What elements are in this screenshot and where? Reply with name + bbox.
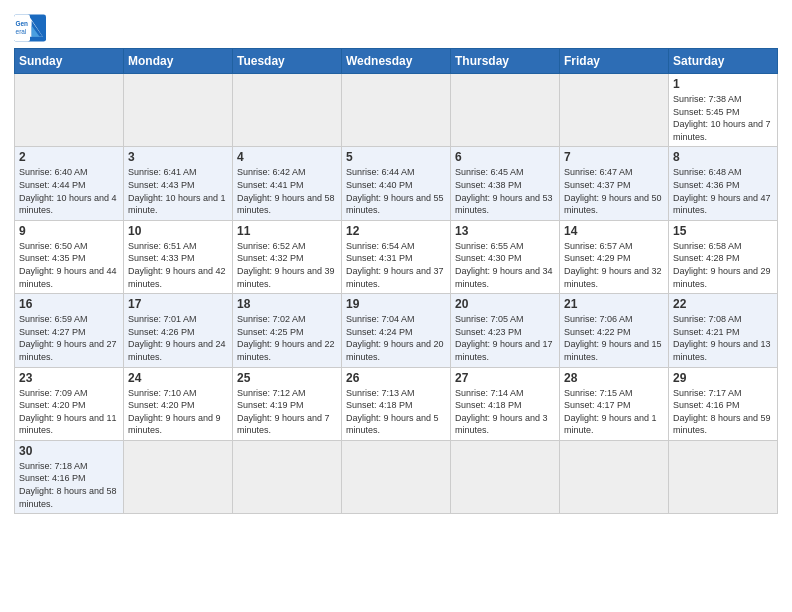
calendar-cell-4-5: 28Sunrise: 7:15 AM Sunset: 4:17 PM Dayli… — [560, 367, 669, 440]
header: Gen eral — [14, 10, 778, 42]
day-number: 22 — [673, 297, 773, 311]
day-info: Sunrise: 7:04 AM Sunset: 4:24 PM Dayligh… — [346, 313, 446, 363]
day-number: 18 — [237, 297, 337, 311]
day-number: 12 — [346, 224, 446, 238]
weekday-header-saturday: Saturday — [669, 49, 778, 74]
calendar-cell-0-3 — [342, 74, 451, 147]
calendar-week-1: 2Sunrise: 6:40 AM Sunset: 4:44 PM Daylig… — [15, 147, 778, 220]
day-info: Sunrise: 6:41 AM Sunset: 4:43 PM Dayligh… — [128, 166, 228, 216]
day-number: 14 — [564, 224, 664, 238]
weekday-header-friday: Friday — [560, 49, 669, 74]
calendar-cell-5-4 — [451, 440, 560, 513]
calendar-cell-4-0: 23Sunrise: 7:09 AM Sunset: 4:20 PM Dayli… — [15, 367, 124, 440]
calendar-cell-0-5 — [560, 74, 669, 147]
calendar-cell-5-3 — [342, 440, 451, 513]
calendar-week-4: 23Sunrise: 7:09 AM Sunset: 4:20 PM Dayli… — [15, 367, 778, 440]
calendar-cell-5-1 — [124, 440, 233, 513]
day-info: Sunrise: 7:09 AM Sunset: 4:20 PM Dayligh… — [19, 387, 119, 437]
day-number: 13 — [455, 224, 555, 238]
day-info: Sunrise: 6:52 AM Sunset: 4:32 PM Dayligh… — [237, 240, 337, 290]
day-number: 15 — [673, 224, 773, 238]
calendar-cell-3-5: 21Sunrise: 7:06 AM Sunset: 4:22 PM Dayli… — [560, 294, 669, 367]
day-info: Sunrise: 7:18 AM Sunset: 4:16 PM Dayligh… — [19, 460, 119, 510]
calendar-cell-1-5: 7Sunrise: 6:47 AM Sunset: 4:37 PM Daylig… — [560, 147, 669, 220]
page: Gen eral SundayMondayTuesdayWednesdayThu… — [0, 0, 792, 612]
calendar-cell-1-0: 2Sunrise: 6:40 AM Sunset: 4:44 PM Daylig… — [15, 147, 124, 220]
logo: Gen eral — [14, 14, 50, 42]
day-info: Sunrise: 7:13 AM Sunset: 4:18 PM Dayligh… — [346, 387, 446, 437]
day-info: Sunrise: 7:15 AM Sunset: 4:17 PM Dayligh… — [564, 387, 664, 437]
day-info: Sunrise: 6:50 AM Sunset: 4:35 PM Dayligh… — [19, 240, 119, 290]
weekday-header-row: SundayMondayTuesdayWednesdayThursdayFrid… — [15, 49, 778, 74]
calendar-week-2: 9Sunrise: 6:50 AM Sunset: 4:35 PM Daylig… — [15, 220, 778, 293]
calendar-cell-4-1: 24Sunrise: 7:10 AM Sunset: 4:20 PM Dayli… — [124, 367, 233, 440]
day-number: 17 — [128, 297, 228, 311]
day-number: 20 — [455, 297, 555, 311]
day-number: 2 — [19, 150, 119, 164]
day-info: Sunrise: 6:55 AM Sunset: 4:30 PM Dayligh… — [455, 240, 555, 290]
weekday-header-monday: Monday — [124, 49, 233, 74]
calendar-cell-2-5: 14Sunrise: 6:57 AM Sunset: 4:29 PM Dayli… — [560, 220, 669, 293]
day-info: Sunrise: 6:47 AM Sunset: 4:37 PM Dayligh… — [564, 166, 664, 216]
day-number: 11 — [237, 224, 337, 238]
calendar-cell-2-4: 13Sunrise: 6:55 AM Sunset: 4:30 PM Dayli… — [451, 220, 560, 293]
day-number: 4 — [237, 150, 337, 164]
day-number: 19 — [346, 297, 446, 311]
calendar-cell-3-1: 17Sunrise: 7:01 AM Sunset: 4:26 PM Dayli… — [124, 294, 233, 367]
calendar-cell-0-6: 1Sunrise: 7:38 AM Sunset: 5:45 PM Daylig… — [669, 74, 778, 147]
day-number: 8 — [673, 150, 773, 164]
day-number: 5 — [346, 150, 446, 164]
day-number: 6 — [455, 150, 555, 164]
calendar-cell-4-6: 29Sunrise: 7:17 AM Sunset: 4:16 PM Dayli… — [669, 367, 778, 440]
svg-text:eral: eral — [16, 28, 27, 35]
day-info: Sunrise: 6:48 AM Sunset: 4:36 PM Dayligh… — [673, 166, 773, 216]
calendar-cell-0-1 — [124, 74, 233, 147]
svg-text:Gen: Gen — [16, 20, 29, 27]
day-info: Sunrise: 6:59 AM Sunset: 4:27 PM Dayligh… — [19, 313, 119, 363]
day-info: Sunrise: 6:57 AM Sunset: 4:29 PM Dayligh… — [564, 240, 664, 290]
calendar-cell-5-2 — [233, 440, 342, 513]
day-number: 24 — [128, 371, 228, 385]
day-number: 25 — [237, 371, 337, 385]
calendar-cell-5-5 — [560, 440, 669, 513]
day-info: Sunrise: 6:40 AM Sunset: 4:44 PM Dayligh… — [19, 166, 119, 216]
day-info: Sunrise: 6:45 AM Sunset: 4:38 PM Dayligh… — [455, 166, 555, 216]
calendar-cell-5-0: 30Sunrise: 7:18 AM Sunset: 4:16 PM Dayli… — [15, 440, 124, 513]
calendar-cell-2-1: 10Sunrise: 6:51 AM Sunset: 4:33 PM Dayli… — [124, 220, 233, 293]
calendar-cell-1-6: 8Sunrise: 6:48 AM Sunset: 4:36 PM Daylig… — [669, 147, 778, 220]
calendar-cell-4-2: 25Sunrise: 7:12 AM Sunset: 4:19 PM Dayli… — [233, 367, 342, 440]
calendar-cell-1-4: 6Sunrise: 6:45 AM Sunset: 4:38 PM Daylig… — [451, 147, 560, 220]
day-info: Sunrise: 7:05 AM Sunset: 4:23 PM Dayligh… — [455, 313, 555, 363]
day-number: 26 — [346, 371, 446, 385]
logo-icon: Gen eral — [14, 14, 46, 42]
weekday-header-wednesday: Wednesday — [342, 49, 451, 74]
calendar-table: SundayMondayTuesdayWednesdayThursdayFrid… — [14, 48, 778, 514]
calendar-cell-3-3: 19Sunrise: 7:04 AM Sunset: 4:24 PM Dayli… — [342, 294, 451, 367]
day-info: Sunrise: 7:01 AM Sunset: 4:26 PM Dayligh… — [128, 313, 228, 363]
day-number: 27 — [455, 371, 555, 385]
calendar-week-5: 30Sunrise: 7:18 AM Sunset: 4:16 PM Dayli… — [15, 440, 778, 513]
day-number: 9 — [19, 224, 119, 238]
day-number: 28 — [564, 371, 664, 385]
day-info: Sunrise: 6:44 AM Sunset: 4:40 PM Dayligh… — [346, 166, 446, 216]
calendar-cell-4-4: 27Sunrise: 7:14 AM Sunset: 4:18 PM Dayli… — [451, 367, 560, 440]
calendar-cell-3-6: 22Sunrise: 7:08 AM Sunset: 4:21 PM Dayli… — [669, 294, 778, 367]
calendar-week-3: 16Sunrise: 6:59 AM Sunset: 4:27 PM Dayli… — [15, 294, 778, 367]
day-number: 23 — [19, 371, 119, 385]
calendar-cell-0-4 — [451, 74, 560, 147]
day-info: Sunrise: 7:02 AM Sunset: 4:25 PM Dayligh… — [237, 313, 337, 363]
day-info: Sunrise: 6:54 AM Sunset: 4:31 PM Dayligh… — [346, 240, 446, 290]
calendar-cell-4-3: 26Sunrise: 7:13 AM Sunset: 4:18 PM Dayli… — [342, 367, 451, 440]
day-number: 10 — [128, 224, 228, 238]
calendar-cell-2-0: 9Sunrise: 6:50 AM Sunset: 4:35 PM Daylig… — [15, 220, 124, 293]
calendar-cell-2-6: 15Sunrise: 6:58 AM Sunset: 4:28 PM Dayli… — [669, 220, 778, 293]
day-number: 29 — [673, 371, 773, 385]
calendar-cell-1-3: 5Sunrise: 6:44 AM Sunset: 4:40 PM Daylig… — [342, 147, 451, 220]
weekday-header-tuesday: Tuesday — [233, 49, 342, 74]
day-info: Sunrise: 7:38 AM Sunset: 5:45 PM Dayligh… — [673, 93, 773, 143]
day-info: Sunrise: 6:42 AM Sunset: 4:41 PM Dayligh… — [237, 166, 337, 216]
weekday-header-thursday: Thursday — [451, 49, 560, 74]
day-info: Sunrise: 7:10 AM Sunset: 4:20 PM Dayligh… — [128, 387, 228, 437]
calendar-cell-2-3: 12Sunrise: 6:54 AM Sunset: 4:31 PM Dayli… — [342, 220, 451, 293]
calendar-cell-1-1: 3Sunrise: 6:41 AM Sunset: 4:43 PM Daylig… — [124, 147, 233, 220]
